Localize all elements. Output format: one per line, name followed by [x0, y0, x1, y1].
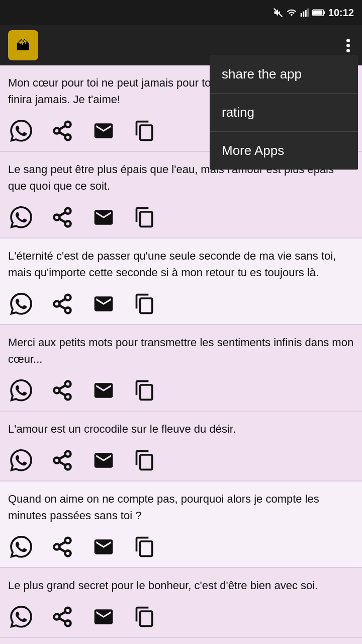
quote-card-4: Merci aux petits mots pour transmettre l… [0, 325, 362, 412]
svg-line-16 [59, 219, 66, 222]
svg-rect-2 [303, 12, 304, 17]
quote-text-4: Merci aux petits mots pour transmettre l… [8, 334, 354, 367]
svg-point-40 [65, 620, 71, 626]
svg-line-26 [59, 392, 66, 395]
share-button-3[interactable] [49, 291, 75, 317]
time-display: 10:12 [328, 7, 354, 19]
svg-rect-7 [313, 10, 322, 15]
svg-line-42 [59, 612, 66, 615]
action-icons-4 [8, 373, 354, 406]
share-button-5[interactable] [49, 447, 75, 473]
quote-card-7: Le plus grand secret pour le bonheur, c'… [0, 568, 362, 638]
svg-line-37 [59, 542, 66, 545]
copy-button-3[interactable] [132, 291, 158, 317]
svg-rect-3 [305, 10, 307, 17]
svg-point-34 [54, 544, 60, 550]
share-button-4[interactable] [49, 377, 75, 404]
svg-point-35 [65, 550, 71, 556]
status-icons: 10:12 [273, 7, 354, 19]
menu-item-more-apps[interactable]: More Apps [210, 132, 358, 170]
svg-point-39 [54, 614, 60, 620]
svg-point-28 [65, 451, 71, 457]
svg-rect-6 [324, 11, 325, 14]
svg-line-12 [59, 126, 66, 129]
battery-icon [312, 8, 325, 18]
whatsapp-button-2[interactable] [8, 204, 34, 230]
quote-card-5: L'amour est un crocodile sur le fleuve d… [0, 412, 362, 481]
email-button-4[interactable] [90, 377, 117, 404]
status-bar: 10:12 [0, 0, 362, 25]
svg-point-29 [54, 458, 60, 463]
share-button-1[interactable] [49, 118, 75, 144]
action-icons-7 [8, 600, 354, 632]
whatsapp-button-1[interactable] [8, 118, 34, 144]
svg-point-18 [65, 295, 71, 300]
action-icons-3 [8, 287, 354, 319]
whatsapp-button-5[interactable] [8, 447, 34, 473]
dropdown-menu: share the app rating More Apps [210, 55, 358, 170]
svg-line-22 [59, 299, 66, 302]
quote-text-6: Quand on aime on ne compte pas, pourquoi… [8, 491, 354, 524]
menu-item-share[interactable]: share the app [210, 55, 358, 94]
action-icons-6 [8, 530, 354, 562]
svg-point-24 [54, 388, 60, 393]
action-icons-2 [8, 200, 354, 232]
email-button-1[interactable] [90, 118, 117, 144]
whatsapp-button-7[interactable] [8, 604, 34, 630]
svg-rect-1 [301, 13, 302, 17]
svg-line-11 [59, 132, 66, 136]
action-icons-5 [8, 443, 354, 475]
copy-button-7[interactable] [132, 604, 158, 630]
svg-point-13 [65, 208, 71, 214]
svg-point-38 [65, 608, 71, 613]
svg-line-31 [59, 462, 66, 465]
svg-point-9 [54, 128, 60, 134]
whatsapp-button-4[interactable] [8, 377, 34, 404]
svg-point-8 [65, 122, 71, 127]
quote-card-6: Quand on aime on ne compte pas, pourquoi… [0, 481, 362, 568]
mute-icon [273, 8, 283, 18]
menu-button[interactable] [342, 35, 354, 56]
svg-line-32 [59, 455, 66, 459]
quote-text-7: Le plus grand secret pour le bonheur, c'… [8, 577, 354, 594]
wifi-icon [286, 8, 297, 18]
svg-line-21 [59, 305, 66, 309]
signal-icon [300, 8, 309, 18]
svg-point-10 [65, 134, 71, 140]
copy-button-6[interactable] [132, 534, 158, 560]
svg-point-15 [65, 221, 71, 226]
svg-line-17 [59, 212, 66, 216]
copy-button-5[interactable] [132, 447, 158, 473]
svg-line-36 [59, 548, 66, 552]
email-button-7[interactable] [90, 604, 117, 630]
app-logo: 🏔 [8, 30, 38, 60]
email-button-5[interactable] [90, 447, 117, 473]
svg-point-30 [65, 464, 71, 469]
email-button-3[interactable] [90, 291, 117, 317]
svg-line-27 [59, 385, 66, 389]
whatsapp-button-3[interactable] [8, 291, 34, 317]
email-button-6[interactable] [90, 534, 117, 560]
svg-point-23 [65, 381, 71, 387]
svg-point-14 [54, 215, 60, 220]
copy-button-1[interactable] [132, 118, 158, 144]
share-button-7[interactable] [49, 604, 75, 630]
whatsapp-button-6[interactable] [8, 534, 34, 560]
svg-rect-4 [307, 9, 309, 17]
share-button-2[interactable] [49, 204, 75, 230]
app-bar-right [342, 35, 354, 56]
copy-button-4[interactable] [132, 377, 158, 404]
svg-point-20 [65, 307, 71, 313]
menu-item-rating[interactable]: rating [210, 94, 358, 132]
email-button-2[interactable] [90, 204, 117, 230]
svg-line-41 [59, 618, 66, 622]
svg-point-33 [65, 538, 71, 543]
quote-text-3: L'éternité c'est de passer qu'une seule … [8, 248, 354, 281]
svg-point-25 [65, 394, 71, 399]
svg-point-19 [54, 301, 60, 307]
copy-button-2[interactable] [132, 204, 158, 230]
share-button-6[interactable] [49, 534, 75, 560]
quote-card-3: L'éternité c'est de passer qu'une seule … [0, 238, 362, 325]
quote-text-5: L'amour est un crocodile sur le fleuve d… [8, 421, 354, 437]
